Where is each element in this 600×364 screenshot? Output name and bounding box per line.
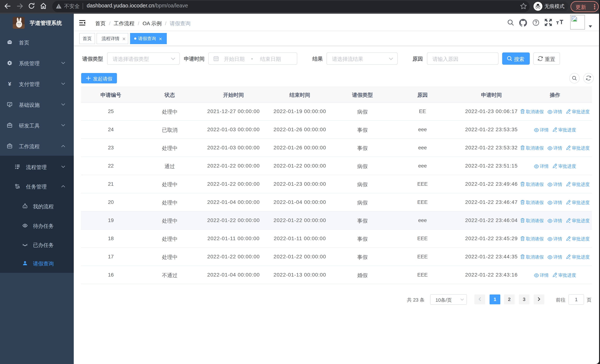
svg-text:¥: ¥ — [8, 81, 11, 86]
